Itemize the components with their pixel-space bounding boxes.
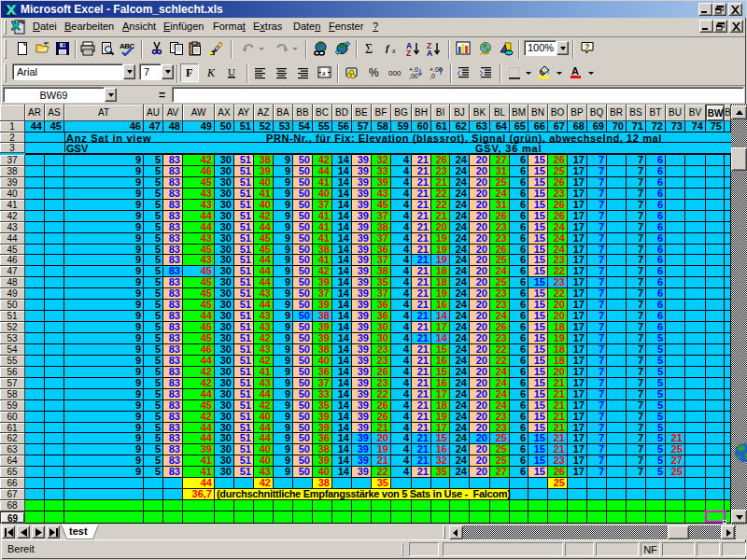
svg-text:F: F [186,66,192,79]
svg-text:x: x [391,47,396,55]
svg-text:+.0: +.0 [409,66,418,73]
svg-text:A: A [571,65,579,77]
svg-text:K: K [206,66,216,79]
svg-text:Z: Z [406,49,411,56]
svg-text:%: % [369,66,379,79]
svg-text:,00: ,00 [409,73,418,79]
svg-text:Σ: Σ [365,42,373,56]
svg-text:A: A [427,49,432,56]
svg-text:ABC: ABC [120,42,134,50]
svg-text:?: ? [585,42,590,51]
svg-text:f: f [386,42,390,53]
svg-text:000: 000 [388,69,402,77]
svg-text:U: U [228,66,235,77]
svg-text:,0: ,0 [430,73,435,79]
svg-text:a: a [322,69,326,77]
